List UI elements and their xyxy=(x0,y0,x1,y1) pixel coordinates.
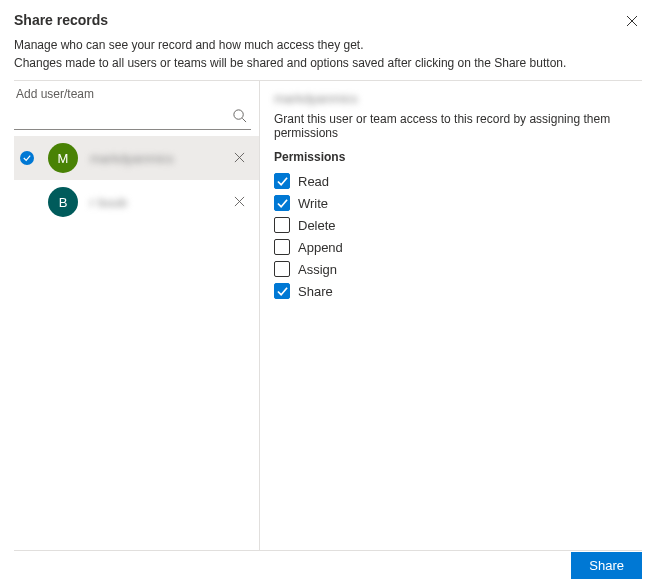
left-panel: Add user/team MmarkdyanmicsBr buub xyxy=(14,81,260,550)
close-icon xyxy=(234,196,245,207)
checkbox[interactable] xyxy=(274,195,290,211)
search-input[interactable] xyxy=(14,104,251,129)
permission-item[interactable]: Share xyxy=(274,280,632,302)
selected-user-name: markdyanmics xyxy=(274,91,632,106)
share-button[interactable]: Share xyxy=(571,552,642,579)
user-item[interactable]: Br buub xyxy=(14,180,259,224)
permission-item[interactable]: Write xyxy=(274,192,632,214)
user-name: r buub xyxy=(90,195,230,210)
permission-label: Append xyxy=(298,240,343,255)
avatar: B xyxy=(48,187,78,217)
checkbox[interactable] xyxy=(274,283,290,299)
avatar: M xyxy=(48,143,78,173)
check-icon xyxy=(277,286,288,297)
check-icon xyxy=(277,176,288,187)
checkbox[interactable] xyxy=(274,173,290,189)
user-list: MmarkdyanmicsBr buub xyxy=(14,136,259,224)
share-dialog: Share records Manage who can see your re… xyxy=(0,0,656,551)
user-item[interactable]: Mmarkdyanmics xyxy=(14,136,259,180)
dialog-description: Manage who can see your record and how m… xyxy=(14,36,642,72)
permission-label: Read xyxy=(298,174,329,189)
close-icon xyxy=(234,152,245,163)
header: Share records xyxy=(14,12,642,36)
permission-label: Assign xyxy=(298,262,337,277)
svg-line-1 xyxy=(242,118,246,122)
permission-label: Share xyxy=(298,284,333,299)
search-row xyxy=(14,104,251,130)
dialog-body: Add user/team MmarkdyanmicsBr buub markd… xyxy=(14,81,642,551)
permission-label: Delete xyxy=(298,218,336,233)
close-icon xyxy=(626,15,638,27)
user-name: markdyanmics xyxy=(90,151,230,166)
dialog-title: Share records xyxy=(14,12,108,28)
permission-item[interactable]: Delete xyxy=(274,214,632,236)
checkbox[interactable] xyxy=(274,239,290,255)
svg-point-0 xyxy=(234,110,243,119)
permissions-list: ReadWriteDeleteAppendAssignShare xyxy=(274,170,632,302)
permission-item[interactable]: Read xyxy=(274,170,632,192)
remove-user-button[interactable] xyxy=(230,146,249,170)
selected-indicator xyxy=(20,151,34,165)
permission-item[interactable]: Append xyxy=(274,236,632,258)
checkbox[interactable] xyxy=(274,217,290,233)
desc-line-2: Changes made to all users or teams will … xyxy=(14,54,642,72)
right-panel: markdyanmics Grant this user or team acc… xyxy=(260,81,642,550)
permission-item[interactable]: Assign xyxy=(274,258,632,280)
add-user-label: Add user/team xyxy=(14,81,259,104)
footer: Share xyxy=(571,552,642,579)
permissions-heading: Permissions xyxy=(274,150,632,164)
grant-text: Grant this user or team access to this r… xyxy=(274,112,632,140)
checkbox[interactable] xyxy=(274,261,290,277)
desc-line-1: Manage who can see your record and how m… xyxy=(14,36,642,54)
search-icon[interactable] xyxy=(232,108,247,123)
close-button[interactable] xyxy=(622,12,642,31)
check-icon xyxy=(277,198,288,209)
permission-label: Write xyxy=(298,196,328,211)
remove-user-button[interactable] xyxy=(230,190,249,214)
